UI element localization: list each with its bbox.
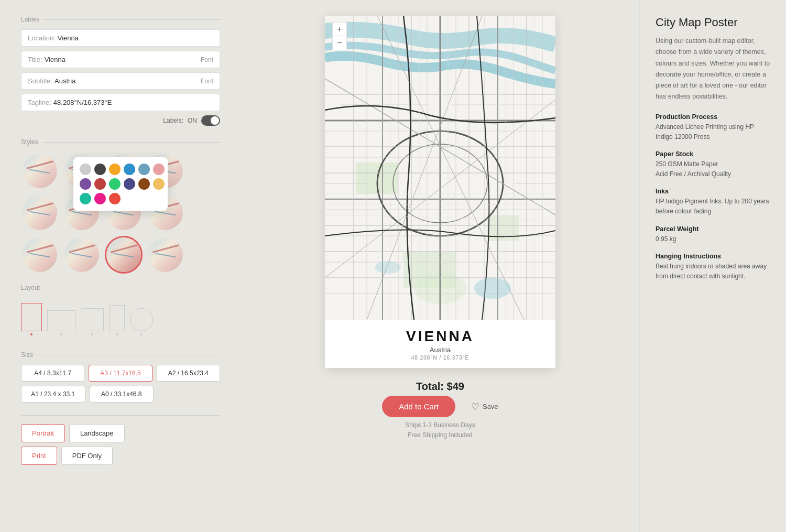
labels-section: Lables Location:Vienna Title:Vienna Font… — [21, 16, 220, 126]
spec-production-value: Advanced Lichee Printing using HP Indigo… — [656, 122, 770, 142]
bottom-row: Add to Cart ♡ Save — [382, 396, 498, 417]
landscape-dot — [60, 333, 62, 335]
narrow-dot — [116, 333, 118, 335]
zoom-out-button[interactable]: − — [333, 36, 346, 50]
color-dot-5[interactable] — [138, 164, 150, 175]
save-button[interactable]: ♡ Save — [471, 401, 498, 412]
subtitle-field[interactable]: Subtitle:Austria Font — [21, 72, 220, 90]
spec-inks-value: HP Indigo Pigment Inks. Up to 200 years … — [656, 197, 770, 216]
toggle-row: Labels: ON — [21, 115, 220, 126]
spec-weight: Parcel Weight 0.95 kg — [656, 225, 770, 244]
svg-point-52 — [375, 261, 401, 274]
color-popup-grid — [80, 164, 161, 204]
color-dot-3[interactable] — [109, 164, 121, 175]
poster-city: VIENNA — [335, 328, 545, 345]
spec-paper: Paper Stock 250 GSM Matte Paper Acid Fre… — [656, 150, 770, 179]
color-dot-7[interactable] — [80, 178, 91, 190]
size-a1[interactable]: A1 / 23.4 x 33.1 — [21, 386, 85, 403]
style-option-12[interactable] — [147, 236, 184, 274]
style-option-9[interactable] — [21, 236, 59, 274]
center-panel: + − — [241, 0, 639, 532]
color-dot-10[interactable] — [124, 178, 135, 190]
pdf-only-button[interactable]: PDF Only — [61, 447, 113, 465]
title-font-button[interactable]: Font — [201, 56, 213, 63]
right-panel: City Map Poster Using our custom-built m… — [639, 0, 786, 532]
style-option-5[interactable] — [21, 194, 59, 232]
left-panel: Lables Location:Vienna Title:Vienna Font… — [0, 0, 241, 532]
spec-hanging-title: Hanging Instructions — [656, 253, 770, 260]
add-to-cart-button[interactable]: Add to Cart — [382, 396, 455, 417]
color-dot-9[interactable] — [109, 178, 121, 190]
styles-section-title: Styles — [21, 138, 220, 146]
style-option-11[interactable] — [105, 236, 143, 274]
labels-section-title: Lables — [21, 16, 220, 23]
layout-portrait[interactable] — [21, 303, 42, 335]
toggle-state: ON — [188, 117, 197, 124]
toggle-label: Labels: — [163, 117, 183, 124]
color-dot-13[interactable] — [80, 193, 91, 204]
title-key: Title: — [28, 56, 42, 63]
landscape-shape — [47, 310, 75, 331]
landscape-button[interactable]: Landscape — [69, 424, 125, 442]
location-field[interactable]: Location:Vienna — [21, 29, 220, 47]
subtitle-font-button[interactable]: Font — [201, 78, 213, 85]
map-svg — [325, 16, 555, 320]
size-a0[interactable]: A0 / 33.1x46.8 — [90, 386, 154, 403]
spec-paper-value: 250 GSM Matte Paper Acid Free / Archival… — [656, 159, 770, 179]
map-controls: + − — [332, 22, 347, 50]
total-price: Total: $49 — [416, 381, 464, 393]
color-dot-15[interactable] — [109, 193, 121, 204]
layout-section: Layout — [21, 284, 220, 341]
save-label: Save — [483, 403, 498, 410]
circle-dot — [140, 333, 143, 335]
color-dot-11[interactable] — [138, 178, 150, 190]
color-dot-4[interactable] — [124, 164, 135, 175]
shipping-line2: Free Shipping Included — [405, 430, 475, 440]
tagline-key: Tagline: — [28, 99, 51, 106]
location-key: Location: — [28, 34, 56, 42]
color-dot-12[interactable] — [153, 178, 165, 190]
layout-section-title: Layout — [21, 284, 220, 291]
size-a2[interactable]: A2 / 16.5x23.4 — [157, 365, 220, 382]
layout-square[interactable] — [81, 308, 104, 335]
tagline-field[interactable]: Tagline:48.208°N/16.373°E — [21, 94, 220, 111]
layout-options — [21, 298, 220, 341]
title-field[interactable]: Title:Vienna Font — [21, 51, 220, 68]
location-value: Vienna — [58, 34, 79, 42]
style-option-1[interactable] — [21, 152, 59, 190]
color-popup — [73, 157, 168, 211]
labels-toggle[interactable] — [201, 115, 220, 126]
portrait-button[interactable]: Portrait — [21, 424, 65, 442]
size-grid-bottom: A1 / 23.4 x 33.1 A0 / 33.1x46.8 — [21, 386, 154, 403]
poster-footer: VIENNA Austria 48.208°N / 16.373°E — [325, 320, 555, 368]
size-a3[interactable]: A3 / 11.7x16.5 — [89, 365, 152, 382]
color-dot-1[interactable] — [80, 164, 91, 175]
size-section-title: Size — [21, 351, 220, 359]
zoom-in-button[interactable]: + — [333, 23, 346, 36]
print-row: Print PDF Only — [21, 447, 220, 465]
print-button[interactable]: Print — [21, 447, 57, 465]
layout-circle[interactable] — [130, 308, 153, 335]
color-dot-8[interactable] — [94, 178, 106, 190]
svg-point-51 — [474, 278, 511, 299]
color-dot-6[interactable] — [153, 164, 165, 175]
color-dot-2[interactable] — [94, 164, 106, 175]
color-dot-14[interactable] — [94, 193, 106, 204]
title-value: Vienna — [45, 56, 66, 63]
spec-hanging: Hanging Instructions Best hung indoors o… — [656, 253, 770, 281]
map-area[interactable]: + − — [325, 16, 555, 320]
orientation-row: Portrait Landscape — [21, 424, 220, 442]
square-dot — [91, 333, 93, 335]
spec-paper-title: Paper Stock — [656, 150, 770, 158]
subtitle-key: Subtitle: — [28, 77, 52, 85]
layout-landscape[interactable] — [47, 310, 75, 335]
size-a4[interactable]: A4 / 8.3x11.7 — [21, 365, 84, 382]
spec-production-title: Production Process — [656, 113, 770, 121]
product-description: Using our custom-built map editor, choos… — [656, 36, 770, 103]
poster-tagline: 48.208°N / 16.373°E — [335, 355, 545, 361]
styles-grid — [21, 152, 220, 274]
layout-narrow[interactable] — [109, 305, 125, 335]
square-shape — [81, 308, 104, 331]
spec-inks-title: Inks — [656, 188, 770, 195]
style-option-10[interactable] — [63, 236, 101, 274]
